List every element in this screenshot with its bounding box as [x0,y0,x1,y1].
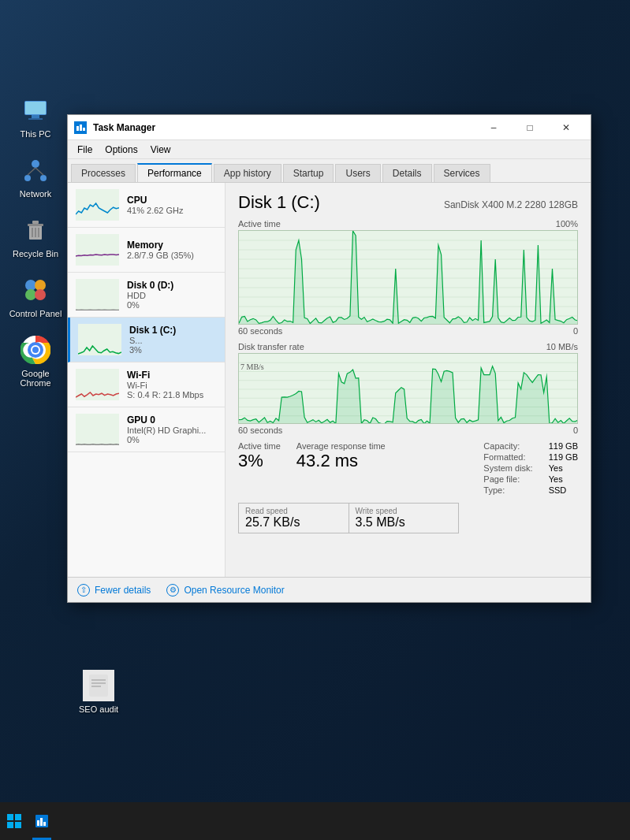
svg-point-18 [35,289,46,300]
capacity-label: Capacity: [483,441,532,451]
active-time-bottom-left: 60 seconds [238,326,282,336]
svg-rect-31 [7,814,13,820]
svg-rect-38 [43,822,46,826]
sidebar-item-disk1[interactable]: Disk 1 (C:) S... 3% [68,318,225,362]
svg-rect-10 [28,224,43,226]
desktop-icon-seo-audit[interactable]: SEO audit [79,670,118,714]
google-chrome-icon [20,334,51,366]
wifi-name: Wi-Fi [127,370,217,381]
bottom-bar: ⇧ Fewer details ⚙ Open Resource Monitor [68,577,591,602]
task-manager-icon [74,121,87,134]
main-content: CPU 41% 2.62 GHz Memory 2.8/7.9 GB (35%) [68,183,591,577]
svg-rect-26 [91,686,101,687]
page-file-label: Page file: [483,474,532,484]
fewer-details-label: Fewer details [95,585,151,596]
gpu-mini-chart [76,414,119,445]
open-resource-monitor-button[interactable]: ⚙ Open Resource Monitor [166,584,284,597]
svg-point-17 [25,289,36,300]
taskbar [0,802,630,840]
recycle-bin-label: Recycle Bin [13,249,58,258]
tab-services[interactable]: Services [434,164,490,182]
capacity-value: 119 GB [549,441,578,451]
type-label: Type: [483,485,532,495]
active-time-bottom-right: 0 [573,326,578,336]
tab-startup[interactable]: Startup [283,164,334,182]
seo-audit-icon [83,670,114,701]
cpu-sub: 41% 2.62 GHz [127,206,217,215]
tabs-bar: Processes Performance App history Startu… [68,159,591,183]
cpu-mini-chart [76,189,119,221]
sidebar-item-cpu[interactable]: CPU 41% 2.62 GHz [68,183,225,228]
svg-point-16 [35,280,46,291]
network-label: Network [20,189,51,199]
transfer-bottom-left: 60 seconds [238,426,282,435]
svg-line-8 [35,168,43,175]
tab-app-history[interactable]: App history [214,164,281,182]
close-button[interactable]: ✕ [548,115,584,140]
desktop-icon-control-panel[interactable]: Control Panel [8,274,63,318]
taskbar-start[interactable] [0,802,28,840]
network-icon [20,154,51,186]
sidebar-item-gpu[interactable]: GPU 0 Intel(R) HD Graphi... 0% [68,407,225,452]
menu-view[interactable]: View [144,143,177,157]
taskbar-task-manager[interactable] [28,802,55,840]
svg-point-22 [32,347,39,353]
menu-file[interactable]: File [71,143,99,157]
svg-rect-33 [7,822,13,828]
transfer-rate-chart [238,353,578,424]
desktop-icon-network[interactable]: Network [8,154,63,199]
disk-model: SanDisk X400 M.2 2280 128GB [444,199,578,210]
info-grid: Capacity: 119 GB Formatted: 119 GB Syste… [483,441,578,495]
system-disk-label: System disk: [483,463,532,473]
speed-row: Read speed 25.7 KB/s Write speed 3.5 MB/… [238,503,459,533]
read-speed-label: Read speed [245,507,342,515]
active-time-stat-label: Active time [238,441,281,451]
disk-header: Disk 1 (C:) SanDisk X400 M.2 2280 128GB [238,192,578,213]
wifi-mini-chart [76,369,119,400]
seo-audit-label: SEO audit [79,704,118,714]
menu-bar: File Options View [68,140,591,159]
window-title: Task Manager [93,122,475,133]
svg-rect-34 [15,822,21,828]
menu-options[interactable]: Options [99,143,144,157]
desktop-icon-google-chrome[interactable]: Google Chrome [8,334,63,388]
svg-point-6 [40,175,47,181]
svg-line-7 [28,168,35,175]
transfer-rate-max: 10 MB/s [546,342,578,351]
fewer-details-icon: ⇧ [77,584,90,597]
type-value: SSD [549,485,578,495]
right-panel: Disk 1 (C:) SanDisk X400 M.2 2280 128GB … [226,183,591,577]
google-chrome-label: Google Chrome [8,369,63,388]
svg-rect-29 [80,125,82,131]
memory-sub: 2.8/7.9 GB (35%) [127,251,217,260]
tab-processes[interactable]: Processes [71,164,136,182]
sidebar-item-memory[interactable]: Memory 2.8/7.9 GB (35%) [68,228,225,273]
title-bar: Task Manager – □ ✕ [68,115,591,140]
control-panel-icon [20,274,51,306]
svg-point-15 [25,280,36,291]
active-time-stat-value: 3% [238,451,281,471]
disk1-mini-chart [78,324,121,355]
sidebar-item-disk0[interactable]: Disk 0 (D:) HDD 0% [68,273,225,318]
svg-rect-32 [15,814,21,820]
transfer-rate-section: Disk transfer rate 10 MB/s 60 seconds 0 [238,342,578,435]
svg-rect-36 [37,820,39,826]
maximize-button[interactable]: □ [512,115,548,140]
sidebar-item-wifi[interactable]: Wi-Fi Wi-Fi S: 0.4 R: 21.8 Mbps [68,362,225,407]
tab-performance[interactable]: Performance [137,163,212,182]
desktop-icon-this-pc[interactable]: This PC [8,95,63,139]
active-time-section: Active time 100% 60 seconds 0 [238,219,578,336]
resource-monitor-icon: ⚙ [166,584,179,597]
open-resource-monitor-label: Open Resource Monitor [184,585,284,596]
disk0-mini-chart [76,279,119,310]
memory-name: Memory [127,240,217,251]
read-speed-value: 25.7 KB/s [245,515,342,530]
fewer-details-button[interactable]: ⇧ Fewer details [77,584,151,597]
this-pc-icon [20,95,51,126]
minimize-button[interactable]: – [475,115,512,140]
desktop-icon-recycle-bin[interactable]: Recycle Bin [8,214,63,258]
tab-details[interactable]: Details [382,164,432,182]
tab-users[interactable]: Users [335,164,380,182]
disk1-sub2: 3% [129,345,217,355]
svg-rect-30 [83,128,85,131]
